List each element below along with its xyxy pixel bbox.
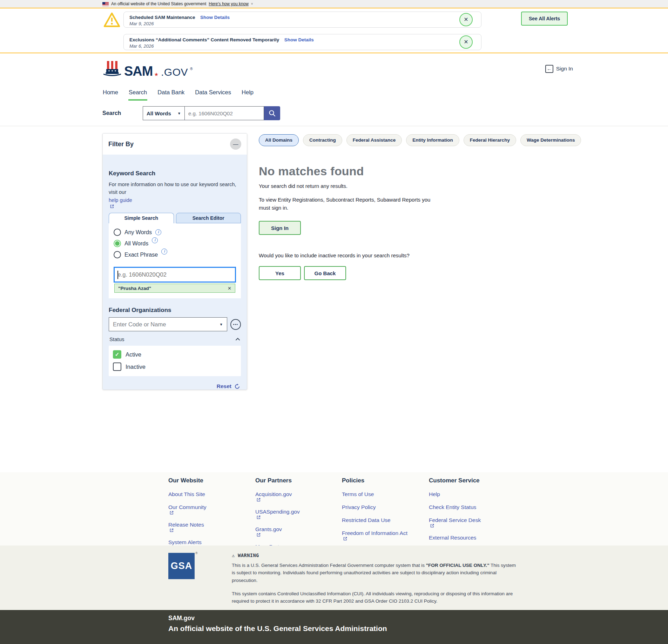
domain-tab-federal-assistance[interactable]: Federal Assistance: [346, 134, 402, 146]
footer-heading-our-website: Our Website: [168, 477, 251, 484]
keyword-search-heading: Keyword Search: [109, 170, 241, 177]
tab-simple-search[interactable]: Simple Search: [109, 213, 174, 223]
footer-link-help[interactable]: Help: [429, 491, 511, 497]
domain-tab-contracting[interactable]: Contracting: [303, 134, 342, 146]
nav-item-home[interactable]: Home: [102, 84, 119, 101]
footer-links-section: Our Website About This Site Our Communit…: [0, 472, 668, 545]
filter-by-title: Filter By: [108, 141, 134, 148]
footer-link-foia[interactable]: Freedom of Information Act: [342, 530, 424, 541]
us-flag-icon: [102, 2, 109, 6]
site-header: SAM ★ .GOV ® ← Sign In: [0, 53, 668, 84]
footer-link-acquisition-gov[interactable]: Acquisition.gov: [255, 491, 338, 502]
external-link-icon: [109, 204, 241, 209]
info-icon[interactable]: i: [161, 249, 167, 255]
domain-tabs: All Domains Contracting Federal Assistan…: [259, 134, 573, 146]
warning-paragraph-1: This is a U.S. General Services Administ…: [232, 562, 517, 584]
search-submit-button[interactable]: [264, 106, 280, 120]
refresh-icon[interactable]: [234, 384, 240, 389]
sign-in-arrow-icon: ←: [545, 65, 553, 73]
inactive-records-question: Would you like to include inactive recor…: [259, 252, 573, 258]
footer-identity-bar: SAM.gov An official website of the U.S. …: [0, 610, 668, 644]
radio-any-words[interactable]: [114, 229, 121, 236]
warning-triangle-icon: [103, 12, 121, 28]
gsa-logo: GSA: [168, 553, 195, 579]
sign-in-link[interactable]: ← Sign In: [545, 65, 573, 73]
radio-all-words[interactable]: [114, 240, 121, 247]
alert-card: Scheduled SAM Maintenance Show Details M…: [123, 12, 481, 28]
footer-link-release-notes[interactable]: Release Notes: [168, 522, 251, 533]
show-details-link[interactable]: Show Details: [284, 37, 314, 42]
main-nav: Home Search Data Bank Data Services Help: [0, 84, 668, 101]
info-icon[interactable]: i: [152, 237, 158, 243]
more-options-icon[interactable]: •••: [230, 319, 241, 330]
federal-organizations-heading: Federal Organizations: [109, 307, 241, 314]
close-icon[interactable]: ✕: [459, 13, 473, 26]
checkbox-inactive[interactable]: [113, 362, 121, 371]
sign-in-button[interactable]: Sign In: [259, 221, 301, 235]
search-mode-select[interactable]: All Words ▼: [143, 106, 185, 120]
alert-title: Exclusions “Additional Comments” Content…: [129, 37, 279, 42]
footer-link-privacy-policy[interactable]: Privacy Policy: [342, 504, 424, 510]
footer-link-our-community[interactable]: Our Community: [168, 504, 251, 515]
alert-date: Mar 9, 2026: [129, 21, 457, 26]
alerts-section: Scheduled SAM Maintenance Show Details M…: [0, 8, 668, 53]
search-results: No matches found Your search did not ret…: [259, 164, 573, 280]
sam-gov-logo[interactable]: SAM ★ .GOV ®: [102, 60, 193, 77]
footer-official-text: An official website of the U.S. General …: [168, 624, 668, 633]
help-guide-link[interactable]: help guide: [109, 197, 132, 203]
logo-sam-text: SAM: [124, 65, 153, 77]
footer-site-name: SAM.gov: [168, 615, 668, 622]
chevron-up-icon[interactable]: [235, 338, 240, 341]
footer-link-terms-of-use[interactable]: Terms of Use: [342, 491, 424, 497]
nav-item-data-services[interactable]: Data Services: [195, 84, 231, 101]
keyword-input[interactable]: e.g. 1606N020Q02: [114, 267, 236, 283]
domain-tab-all-domains[interactable]: All Domains: [259, 134, 299, 146]
alert-title: Scheduled SAM Maintenance: [129, 15, 195, 20]
yes-button[interactable]: Yes: [259, 266, 301, 280]
nav-item-help[interactable]: Help: [241, 84, 254, 101]
gov-banner: An official website of the United States…: [0, 0, 668, 8]
nav-item-search[interactable]: Search: [128, 84, 147, 101]
footer-link-about-this-site[interactable]: About This Site: [168, 491, 251, 497]
caret-down-icon: ▼: [220, 323, 223, 326]
status-label: Status: [109, 336, 124, 342]
results-message: Your search did not return any results.: [259, 183, 573, 189]
caret-down-icon: ▼: [177, 111, 181, 115]
footer-link-usaspending-gov[interactable]: USASpending.gov: [255, 509, 338, 520]
no-matches-heading: No matches found: [259, 164, 573, 178]
domain-tab-federal-hierarchy[interactable]: Federal Hierarchy: [464, 134, 516, 146]
footer-link-restricted-data-use[interactable]: Restricted Data Use: [342, 517, 424, 523]
magnifier-icon: [268, 109, 276, 117]
footer-link-external-resources[interactable]: External Resources: [429, 535, 511, 541]
collapse-minus-icon[interactable]: —: [230, 138, 241, 150]
show-details-link[interactable]: Show Details: [200, 15, 230, 20]
tab-search-editor[interactable]: Search Editor: [176, 213, 241, 223]
federal-org-combobox[interactable]: Enter Code or Name ▼: [109, 317, 227, 331]
radio-exact-phrase[interactable]: [114, 251, 121, 258]
search-input[interactable]: e.g. 1606N020Q02: [185, 106, 264, 120]
warning-paragraph-2: This system contains Controlled Unclassi…: [232, 590, 517, 605]
gov-banner-text: An official website of the United States…: [111, 1, 206, 6]
logo-star-icon: ★: [154, 72, 158, 77]
domain-tab-entity-information[interactable]: Entity Information: [406, 134, 459, 146]
how-you-know-link[interactable]: Here's how you know: [209, 1, 249, 6]
footer-heading-our-partners: Our Partners: [255, 477, 338, 484]
reset-link[interactable]: Reset: [217, 383, 231, 389]
see-all-alerts-button[interactable]: See All Alerts: [521, 12, 568, 26]
domain-tab-wage-determinations[interactable]: Wage Determinations: [520, 134, 581, 146]
nav-item-data-bank[interactable]: Data Bank: [157, 84, 185, 101]
checkbox-active[interactable]: ✓: [113, 350, 121, 359]
footer-link-federal-service-desk[interactable]: Federal Service Desk: [429, 517, 511, 528]
chip-remove-icon[interactable]: ✕: [228, 286, 231, 291]
footer-heading-customer-service: Customer Service: [429, 477, 511, 484]
footer-link-system-alerts[interactable]: System Alerts: [168, 539, 251, 545]
info-icon[interactable]: i: [155, 229, 161, 235]
go-back-button[interactable]: Go Back: [304, 266, 346, 280]
footer-link-check-entity-status[interactable]: Check Entity Status: [429, 504, 511, 510]
close-icon[interactable]: ✕: [459, 35, 473, 49]
search-bar-section: Search All Words ▼ e.g. 1606N020Q02: [0, 101, 668, 126]
warning-icon: ⚠: [232, 553, 235, 558]
footer-link-grants-gov[interactable]: Grants.gov: [255, 526, 338, 537]
status-options: ✓ Active Inactive: [109, 346, 241, 376]
filter-panel: Filter By — Keyword Search For more info…: [102, 133, 247, 390]
